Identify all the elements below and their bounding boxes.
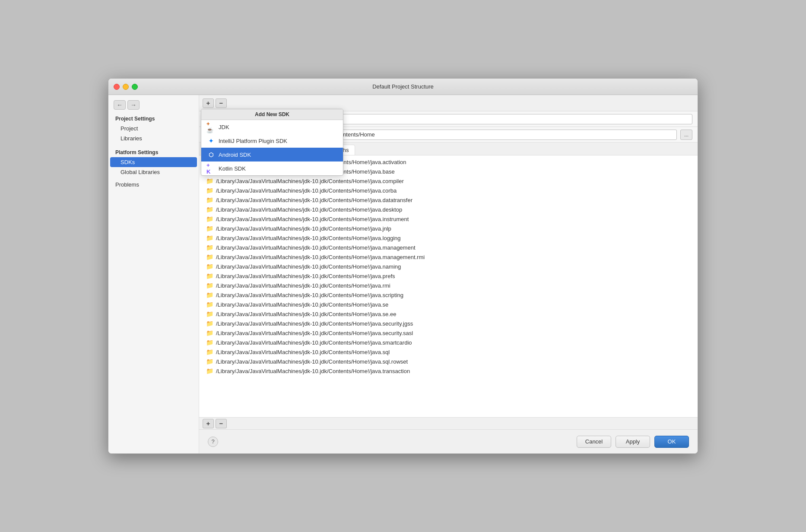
help-button[interactable]: ?: [208, 437, 218, 447]
folder-icon: 📁: [206, 367, 213, 374]
add-sdk-dropdown[interactable]: Add New SDK + ☕ JDK ✦ IntelliJ Platform …: [201, 109, 343, 176]
folder-icon: 📁: [206, 215, 213, 222]
list-item[interactable]: 📁/Library/Java/JavaVirtualMachines/jdk-1…: [199, 195, 698, 205]
file-path: /Library/Java/JavaVirtualMachines/jdk-10…: [216, 254, 425, 260]
add-path-button[interactable]: +: [203, 419, 214, 428]
folder-icon: 📁: [206, 301, 213, 308]
file-path: /Library/Java/JavaVirtualMachines/jdk-10…: [216, 311, 396, 317]
close-button[interactable]: [114, 84, 120, 90]
kotlin-icon: + K: [206, 164, 215, 173]
dropdown-item-jdk[interactable]: + ☕ JDK: [201, 120, 343, 134]
jdk-icon: + ☕: [206, 123, 215, 131]
window-title: Default Project Structure: [372, 83, 434, 90]
list-item[interactable]: 📁/Library/Java/JavaVirtualMachines/jdk-1…: [199, 205, 698, 214]
file-path: /Library/Java/JavaVirtualMachines/jdk-10…: [216, 320, 413, 327]
folder-icon: 📁: [206, 320, 213, 327]
main-content: + − Name: path: ... Sourcepath Annota: [199, 95, 698, 453]
list-item[interactable]: 📁/Library/Java/JavaVirtualMachines/jdk-1…: [199, 186, 698, 195]
folder-icon: 📁: [206, 339, 213, 346]
file-list[interactable]: 📁/Library/Java/JavaVirtualMachines/jdk-1…: [199, 155, 698, 417]
sidebar-item-problems[interactable]: Problems: [108, 177, 199, 190]
list-item[interactable]: 📁/Library/Java/JavaVirtualMachines/jdk-1…: [199, 224, 698, 233]
list-item[interactable]: 📁/Library/Java/JavaVirtualMachines/jdk-1…: [199, 290, 698, 300]
file-path: /Library/Java/JavaVirtualMachines/jdk-10…: [216, 349, 390, 355]
main-window: Default Project Structure ← → Project Se…: [108, 78, 698, 454]
list-item[interactable]: 📁/Library/Java/JavaVirtualMachines/jdk-1…: [199, 366, 698, 376]
folder-icon: 📁: [206, 310, 213, 317]
intellij-icon: ✦: [206, 136, 215, 145]
folder-icon: 📁: [206, 244, 213, 251]
titlebar: Default Project Structure: [108, 79, 698, 95]
file-path: /Library/Java/JavaVirtualMachines/jdk-10…: [216, 330, 413, 336]
sidebar-item-libraries[interactable]: Libraries: [108, 133, 199, 143]
file-path: /Library/Java/JavaVirtualMachines/jdk-10…: [216, 339, 412, 346]
sidebar-item-sdks-label: SDKs: [121, 159, 135, 165]
add-sdk-button[interactable]: +: [203, 98, 214, 108]
folder-icon: 📁: [206, 177, 213, 184]
file-path: /Library/Java/JavaVirtualMachines/jdk-10…: [216, 244, 416, 251]
list-item[interactable]: 📁/Library/Java/JavaVirtualMachines/jdk-1…: [199, 357, 698, 366]
ok-button[interactable]: OK: [654, 436, 689, 448]
folder-icon: 📁: [206, 263, 213, 270]
list-item[interactable]: 📁/Library/Java/JavaVirtualMachines/jdk-1…: [199, 243, 698, 252]
file-path: /Library/Java/JavaVirtualMachines/jdk-10…: [216, 263, 401, 270]
file-path: /Library/Java/JavaVirtualMachines/jdk-10…: [216, 197, 413, 203]
sidebar-nav: ← →: [108, 98, 199, 113]
folder-icon: 📁: [206, 291, 213, 298]
sidebar-item-project-label: Project: [121, 125, 138, 132]
project-settings-heading: Project Settings: [108, 113, 199, 124]
folder-icon: 📁: [206, 282, 213, 289]
file-path: /Library/Java/JavaVirtualMachines/jdk-10…: [216, 187, 397, 194]
list-item[interactable]: 📁/Library/Java/JavaVirtualMachines/jdk-1…: [199, 328, 698, 338]
list-item[interactable]: 📁/Library/Java/JavaVirtualMachines/jdk-1…: [199, 271, 698, 281]
dropdown-header: Add New SDK: [201, 109, 343, 120]
window-body: ← → Project Settings Project Libraries P…: [108, 95, 698, 453]
folder-icon: 📁: [206, 348, 213, 355]
android-icon: ⬡: [206, 150, 215, 159]
list-item[interactable]: 📁/Library/Java/JavaVirtualMachines/jdk-1…: [199, 233, 698, 243]
dropdown-item-label: IntelliJ Platform Plugin SDK: [219, 138, 287, 144]
list-item[interactable]: 📁/Library/Java/JavaVirtualMachines/jdk-1…: [199, 252, 698, 262]
list-item[interactable]: 📁/Library/Java/JavaVirtualMachines/jdk-1…: [199, 262, 698, 271]
cancel-button[interactable]: Cancel: [577, 436, 611, 448]
list-item[interactable]: 📁/Library/Java/JavaVirtualMachines/jdk-1…: [199, 281, 698, 290]
dropdown-item-label: Kotlin SDK: [219, 165, 246, 172]
sidebar-item-global-libraries-label: Global Libraries: [121, 169, 160, 175]
file-path: /Library/Java/JavaVirtualMachines/jdk-10…: [216, 273, 395, 279]
file-path: /Library/Java/JavaVirtualMachines/jdk-10…: [216, 225, 391, 232]
remove-sdk-button[interactable]: −: [216, 98, 227, 108]
minimize-button[interactable]: [123, 84, 129, 90]
sidebar-item-project[interactable]: Project: [108, 124, 199, 133]
folder-icon: 📁: [206, 225, 213, 232]
traffic-lights: [114, 84, 138, 90]
file-path: /Library/Java/JavaVirtualMachines/jdk-10…: [216, 368, 410, 374]
remove-path-button[interactable]: −: [216, 419, 227, 428]
folder-icon: 📁: [206, 206, 213, 213]
dropdown-item-android-sdk[interactable]: ⬡ Android SDK: [201, 148, 343, 162]
list-item[interactable]: 📁/Library/Java/JavaVirtualMachines/jdk-1…: [199, 309, 698, 319]
back-button[interactable]: ←: [114, 100, 126, 110]
file-path: /Library/Java/JavaVirtualMachines/jdk-10…: [216, 301, 388, 308]
sidebar-item-sdks[interactable]: SDKs: [110, 157, 197, 167]
folder-icon: 📁: [206, 253, 213, 260]
file-path: /Library/Java/JavaVirtualMachines/jdk-10…: [216, 235, 401, 241]
list-item[interactable]: 📁/Library/Java/JavaVirtualMachines/jdk-1…: [199, 214, 698, 224]
file-path: /Library/Java/JavaVirtualMachines/jdk-10…: [216, 282, 390, 289]
list-item[interactable]: 📁/Library/Java/JavaVirtualMachines/jdk-1…: [199, 300, 698, 309]
sidebar-item-global-libraries[interactable]: Global Libraries: [108, 167, 199, 177]
dropdown-item-label: JDK: [219, 124, 229, 130]
apply-button[interactable]: Apply: [616, 436, 650, 448]
maximize-button[interactable]: [132, 84, 138, 90]
folder-icon: 📁: [206, 358, 213, 365]
list-item[interactable]: 📁/Library/Java/JavaVirtualMachines/jdk-1…: [199, 319, 698, 328]
list-item[interactable]: 📁/Library/Java/JavaVirtualMachines/jdk-1…: [199, 176, 698, 186]
list-item[interactable]: 📁/Library/Java/JavaVirtualMachines/jdk-1…: [199, 338, 698, 347]
dropdown-item-kotlin-sdk[interactable]: + K Kotlin SDK: [201, 162, 343, 175]
dropdown-item-intellij-plugin-sdk[interactable]: ✦ IntelliJ Platform Plugin SDK: [201, 134, 343, 148]
file-list-footer: + −: [199, 417, 698, 429]
list-item[interactable]: 📁/Library/Java/JavaVirtualMachines/jdk-1…: [199, 347, 698, 357]
browse-button[interactable]: ...: [680, 130, 692, 140]
folder-icon: 📁: [206, 272, 213, 279]
dropdown-item-label: Android SDK: [219, 152, 251, 158]
forward-button[interactable]: →: [127, 100, 140, 110]
